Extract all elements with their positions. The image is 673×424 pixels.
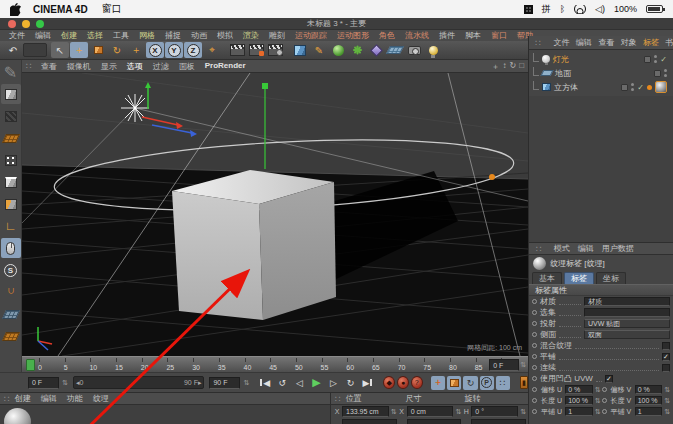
play-button[interactable]: ▶: [309, 375, 324, 390]
viewport-menu-item[interactable]: ProRender: [200, 61, 251, 72]
spinner-icon[interactable]: ⇅: [664, 397, 670, 405]
rotate-icon[interactable]: ↻: [108, 42, 126, 58]
uv-field[interactable]: 100 %: [565, 396, 592, 405]
menu-item[interactable]: 插件: [434, 30, 460, 41]
anim-dot-icon[interactable]: [532, 332, 537, 337]
material-thumbnail[interactable]: [4, 408, 31, 424]
anim-dot-icon[interactable]: [532, 354, 537, 359]
menu-item[interactable]: 流水线: [400, 30, 434, 41]
record-parameter-toggle[interactable]: P: [480, 376, 494, 390]
render-view-icon[interactable]: [228, 42, 246, 58]
next-key-button[interactable]: ↻: [343, 375, 358, 390]
lock-workplane-icon[interactable]: [1, 304, 21, 324]
live-selection-icon[interactable]: ↖: [51, 42, 69, 58]
attr-menu-mode[interactable]: 模式: [550, 243, 574, 254]
anim-dot-icon[interactable]: [532, 398, 537, 403]
menu-item[interactable]: 文件: [4, 30, 30, 41]
coordinate-field[interactable]: 133.95 cm: [342, 406, 389, 417]
viewport-menu-item[interactable]: 摄像机: [62, 61, 96, 72]
menu-item[interactable]: 网格: [134, 30, 160, 41]
menu-item[interactable]: 捕捉: [160, 30, 186, 41]
os-app-name[interactable]: CINEMA 4D: [33, 4, 88, 15]
viewport-menu-item[interactable]: 查看: [36, 61, 62, 72]
attribute-subtab[interactable]: 标签: [564, 272, 594, 284]
render-picture-viewer-icon[interactable]: [247, 42, 265, 58]
spinner-icon[interactable]: ⇅: [664, 386, 670, 394]
edges-mode-icon[interactable]: [1, 172, 21, 192]
menu-item[interactable]: 编辑: [30, 30, 56, 41]
render-settings-icon[interactable]: [266, 42, 284, 58]
apple-logo-icon[interactable]: [10, 3, 21, 16]
polygons-mode-icon[interactable]: [1, 194, 21, 214]
seamless-checkbox[interactable]: [662, 364, 670, 372]
material-menu-function[interactable]: 功能: [67, 393, 83, 404]
redo-icon[interactable]: [23, 43, 47, 57]
object-name[interactable]: 立方体: [554, 82, 578, 93]
bump-uvw-checkbox[interactable]: ✓: [605, 375, 613, 383]
texture-mode-icon[interactable]: [1, 106, 21, 126]
object-manager-menu-item[interactable]: 编辑: [573, 37, 595, 48]
object-manager-menu-item[interactable]: 书签: [662, 37, 673, 48]
viewport-orbit-icon[interactable]: ↻: [509, 61, 516, 72]
subdivision-surface-icon[interactable]: [329, 42, 347, 58]
keyframe-bar-icon[interactable]: ▮: [520, 376, 528, 389]
axis-x-button[interactable]: X: [146, 42, 164, 58]
pen-spline-icon[interactable]: ✎: [310, 42, 328, 58]
uv-field[interactable]: 1: [565, 407, 592, 416]
panel-grip-icon[interactable]: ∷: [335, 394, 341, 404]
menu-item[interactable]: 创建: [56, 30, 82, 41]
autokey-button[interactable]: ●: [397, 376, 409, 389]
object-name[interactable]: 地面: [555, 68, 571, 79]
menu-item[interactable]: 模拟: [212, 30, 238, 41]
object-manager-menu-item[interactable]: 文件: [550, 37, 572, 48]
enabled-check-icon[interactable]: ✓: [660, 55, 667, 64]
record-scale-toggle[interactable]: [447, 376, 461, 390]
layer-square[interactable]: [654, 70, 661, 77]
menu-item[interactable]: 雕刻: [264, 30, 290, 41]
menu-item[interactable]: 窗口: [486, 30, 512, 41]
record-keyframe-button[interactable]: ◆: [383, 376, 395, 389]
menu-item[interactable]: 选择: [82, 30, 108, 41]
spinner-icon[interactable]: ⇅: [664, 408, 670, 416]
mission-control-icon[interactable]: [524, 5, 533, 14]
projection-dropdown[interactable]: UVW 贴图: [584, 319, 670, 328]
viewport-menu-item[interactable]: 显示: [96, 61, 122, 72]
attribute-subtab[interactable]: 基本: [532, 272, 562, 284]
record-pla-toggle[interactable]: ∷: [496, 376, 510, 390]
workplane-mode-icon[interactable]: [1, 128, 21, 148]
record-rotation-toggle[interactable]: ↻: [463, 376, 477, 390]
enable-axis-icon[interactable]: ∟: [1, 216, 21, 236]
previous-key-button[interactable]: ↺: [275, 375, 290, 390]
floor-icon[interactable]: [386, 42, 404, 58]
anim-dot-icon[interactable]: [532, 409, 537, 414]
side-dropdown[interactable]: 双面: [584, 330, 670, 339]
deformers-icon[interactable]: [367, 42, 385, 58]
model-mode-icon[interactable]: [1, 84, 21, 104]
viewport-dolly-icon[interactable]: ↕: [502, 61, 506, 72]
coordinate-field[interactable]: 0 °: [471, 406, 518, 417]
current-frame-field[interactable]: 0 F: [489, 359, 519, 371]
menu-item[interactable]: 动画: [186, 30, 212, 41]
uv-field[interactable]: 0 %: [565, 385, 592, 394]
texture-tag-icon[interactable]: [655, 81, 667, 93]
spinner-icon[interactable]: ⇅: [595, 397, 601, 405]
wifi-icon[interactable]: [574, 5, 586, 14]
spinner-icon[interactable]: ⇅: [595, 408, 601, 416]
uv-field[interactable]: 100 %: [635, 396, 662, 405]
viewport-solo-icon[interactable]: S: [1, 260, 21, 280]
layer-square[interactable]: [644, 56, 651, 63]
enable-snap-icon[interactable]: ∩: [1, 282, 21, 302]
last-tool-icon[interactable]: ＋: [127, 42, 145, 58]
points-mode-icon[interactable]: [1, 150, 21, 170]
anim-dot-icon[interactable]: [532, 321, 537, 326]
panel-grip-icon[interactable]: ∷: [532, 38, 544, 48]
coordinate-field[interactable]: [342, 419, 397, 424]
anim-dot-icon[interactable]: [602, 409, 607, 414]
coordinate-field[interactable]: [471, 419, 526, 424]
spinner-icon[interactable]: ⇅: [455, 408, 461, 416]
next-frame-button[interactable]: ▷: [326, 375, 341, 390]
visibility-dots[interactable]: [664, 69, 667, 77]
uv-field[interactable]: 0 %: [635, 385, 662, 394]
previous-frame-button[interactable]: ◁: [292, 375, 307, 390]
menu-item[interactable]: 运动跟踪: [290, 30, 332, 41]
